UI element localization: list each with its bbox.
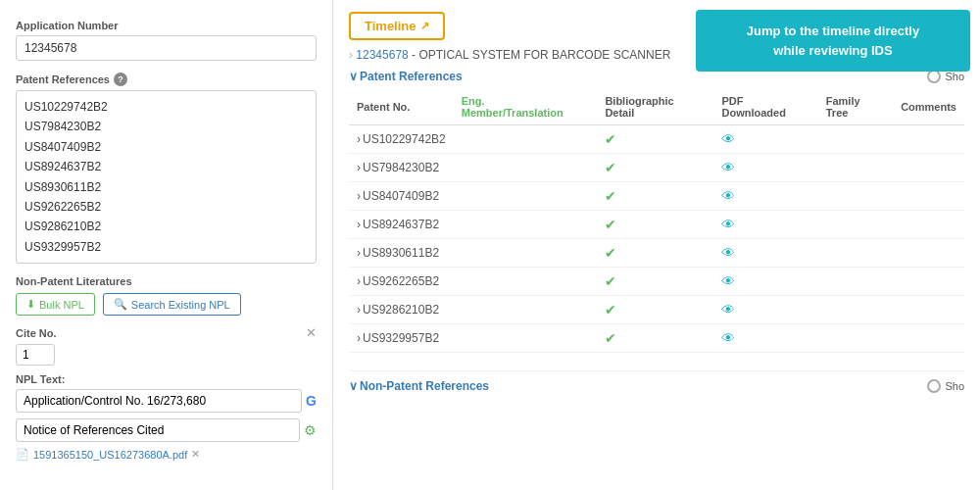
- npl-line1-input[interactable]: [16, 389, 302, 413]
- patent-ref-item: US8407409B2: [24, 137, 308, 157]
- comments-cell: [893, 182, 964, 211]
- pdf-eye-icon: 👁: [721, 273, 735, 289]
- patent-no-cell[interactable]: ›US9286210B2: [349, 296, 454, 324]
- info-icon[interactable]: ?: [114, 73, 127, 86]
- family-cell: [818, 182, 893, 211]
- patent-no-cell[interactable]: ›US10229742B2: [349, 125, 454, 154]
- breadcrumb-title: OPTICAL SYSTEM FOR BARCODE SCANNER: [418, 48, 670, 62]
- pdf-eye-icon: 👁: [721, 217, 735, 232]
- comments-cell: [893, 268, 964, 296]
- table-row: ›US8407409B2 ✔ 👁: [349, 182, 964, 211]
- non-patent-refs-header: ∨ Non-Patent References Sho: [349, 379, 964, 393]
- bib-cell: ✔: [597, 182, 713, 211]
- show-radio[interactable]: [927, 70, 941, 83]
- pdf-cell: 👁: [713, 268, 817, 296]
- row-expand-icon[interactable]: ›: [357, 303, 361, 317]
- table-row: ›US10229742B2 ✔ 👁: [349, 125, 964, 154]
- cite-number-input[interactable]: [16, 344, 55, 366]
- table-row: ›US9262265B2 ✔ 👁: [349, 268, 964, 296]
- timeline-label: Timeline: [365, 19, 416, 33]
- eng-member-cell: [454, 125, 598, 154]
- bib-cell: ✔: [597, 324, 713, 353]
- left-panel: Application Number Patent References ? U…: [0, 0, 333, 490]
- pdf-cell: 👁: [713, 211, 817, 239]
- patent-ref-item: US9286210B2: [24, 217, 308, 236]
- bib-check-icon: ✔: [605, 273, 616, 289]
- bulk-npl-button[interactable]: ⬇ Bulk NPL: [16, 293, 95, 316]
- bib-check-icon: ✔: [605, 131, 616, 147]
- col-pdf: PDF Downloaded: [713, 89, 817, 125]
- bib-cell: ✔: [597, 239, 713, 268]
- comments-cell: [893, 239, 964, 268]
- bib-cell: ✔: [597, 125, 713, 154]
- table-row: ›US9286210B2 ✔ 👁: [349, 296, 964, 324]
- row-expand-icon[interactable]: ›: [357, 246, 361, 260]
- eng-member-cell: [454, 239, 598, 268]
- timeline-button[interactable]: Timeline ↗: [349, 12, 445, 40]
- tooltip-line2: while reviewing IDS: [713, 41, 953, 61]
- breadcrumb-id[interactable]: 12345678: [356, 48, 408, 62]
- bib-cell: ✔: [597, 211, 713, 239]
- eng-member-cell: [454, 296, 598, 324]
- remove-file-button[interactable]: ✕: [191, 448, 200, 461]
- pdf-eye-icon: 👁: [721, 160, 735, 175]
- file-icon: 📄: [16, 448, 29, 461]
- patent-refs-toggle[interactable]: ∨ Patent References: [349, 70, 463, 83]
- patent-refs-list: US10229742B2 US7984230B2 US8407409B2 US8…: [16, 90, 317, 264]
- bib-check-icon: ✔: [605, 330, 616, 346]
- non-patent-refs-toggle[interactable]: ∨ Non-Patent References: [349, 379, 489, 393]
- family-cell: [818, 324, 893, 353]
- chevron-down-icon-2: ∨: [349, 379, 358, 393]
- download-icon: ⬇: [26, 298, 35, 311]
- eng-member-cell: [454, 211, 598, 239]
- patent-no-cell[interactable]: ›US9262265B2: [349, 268, 454, 296]
- patent-ref-item: US9329957B2: [24, 237, 308, 257]
- family-cell: [818, 125, 893, 154]
- family-cell: [818, 154, 893, 182]
- google-search-button[interactable]: G: [306, 393, 317, 409]
- row-expand-icon[interactable]: ›: [357, 274, 361, 288]
- table-row: ›US8930611B2 ✔ 👁: [349, 239, 964, 268]
- npl-line1-row: G: [16, 389, 317, 413]
- npl-line2-input[interactable]: [16, 418, 300, 442]
- show-radio-2[interactable]: [927, 379, 941, 393]
- file-attachment-row: 📄 1591365150_US16273680A.pdf ✕: [16, 448, 317, 461]
- bib-check-icon: ✔: [605, 302, 616, 318]
- row-expand-icon[interactable]: ›: [357, 189, 361, 203]
- patent-no-cell[interactable]: ›US8930611B2: [349, 239, 454, 268]
- bib-check-icon: ✔: [605, 160, 616, 175]
- patent-no-cell[interactable]: ›US9329957B2: [349, 324, 454, 353]
- comments-cell: [893, 211, 964, 239]
- pdf-cell: 👁: [713, 239, 817, 268]
- npl-line2-row: ⚙: [16, 418, 317, 442]
- bib-cell: ✔: [597, 268, 713, 296]
- row-expand-icon[interactable]: ›: [357, 331, 361, 345]
- eng-member-cell: [454, 324, 598, 353]
- cite-row: Cite No. ✕: [16, 325, 317, 340]
- bib-cell: ✔: [597, 154, 713, 182]
- pdf-eye-icon: 👁: [721, 330, 735, 346]
- non-patent-section: ∨ Non-Patent References Sho: [349, 370, 964, 393]
- family-cell: [818, 296, 893, 324]
- patent-no-cell[interactable]: ›US8924637B2: [349, 211, 454, 239]
- row-expand-icon[interactable]: ›: [357, 218, 361, 231]
- pdf-cell: 👁: [713, 324, 817, 353]
- pdf-cell: 👁: [713, 154, 817, 182]
- search-npl-button[interactable]: 🔍 Search Existing NPL: [103, 293, 241, 316]
- comments-cell: [893, 154, 964, 182]
- patent-refs-table: Patent No. Eng. Member/Translation Bibli…: [349, 89, 964, 353]
- pdf-cell: 👁: [713, 182, 817, 211]
- row-expand-icon[interactable]: ›: [357, 132, 361, 146]
- patent-ref-item: US10229742B2: [24, 97, 308, 117]
- app-number-input[interactable]: [16, 35, 317, 61]
- family-cell: [818, 211, 893, 239]
- comments-cell: [893, 125, 964, 154]
- bib-check-icon: ✔: [605, 217, 616, 232]
- patent-no-cell[interactable]: ›US7984230B2: [349, 154, 454, 182]
- tooltip-box: Jump to the timeline directly while revi…: [696, 10, 970, 72]
- comments-cell: [893, 296, 964, 324]
- patent-no-cell[interactable]: ›US8407409B2: [349, 182, 454, 211]
- close-cite-button[interactable]: ✕: [306, 325, 317, 340]
- npl-action-button[interactable]: ⚙: [304, 422, 317, 438]
- row-expand-icon[interactable]: ›: [357, 161, 361, 174]
